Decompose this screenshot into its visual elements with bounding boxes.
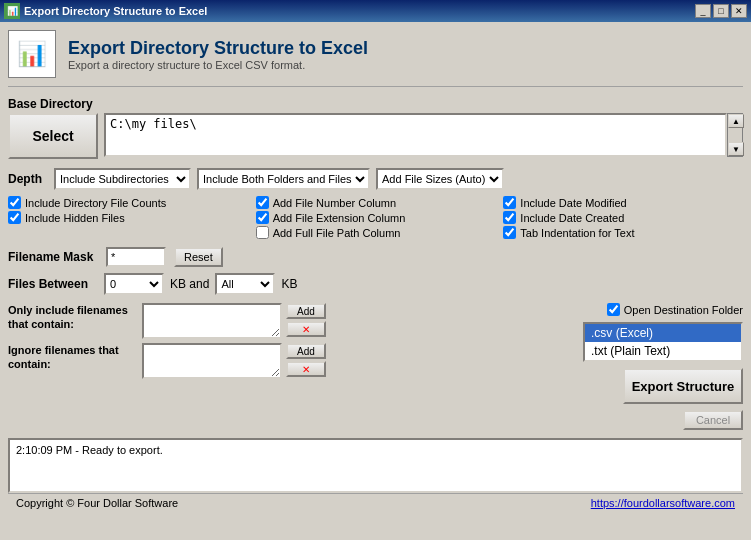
bottom-section: Only include filenames that contain: Add…: [8, 303, 743, 430]
kb-unit1: KB and: [170, 277, 209, 291]
files-between-row: Files Between 0 1 10 100 KB and All 1 10…: [8, 273, 743, 295]
footer-link[interactable]: https://fourdollarsoftware.com: [591, 497, 735, 509]
checkbox-tab-indentation: Tab Indentation for Text: [503, 226, 743, 239]
base-dir-row: Select C:\my files\ ▲ ▼: [8, 113, 743, 160]
only-include-row: Only include filenames that contain: Add…: [8, 303, 575, 339]
right-section: Open Destination Folder .csv (Excel) .tx…: [583, 303, 743, 430]
open-destination-row: Open Destination Folder: [607, 303, 743, 316]
window-body: 📊 Export Directory Structure to Excel Ex…: [0, 22, 751, 540]
cb-add-file-number-label: Add File Number Column: [273, 197, 397, 209]
checkbox-add-extension: Add File Extension Column: [256, 211, 496, 224]
filesize-select[interactable]: Add File Sizes (Auto) Add File Sizes (KB…: [376, 168, 504, 190]
cb-add-extension-label: Add File Extension Column: [273, 212, 406, 224]
content-select[interactable]: Include Both Folders and Files Folders O…: [197, 168, 370, 190]
app-icon: 📊: [8, 30, 56, 78]
header-text: Export Directory Structure to Excel Expo…: [68, 38, 368, 71]
files-from-select[interactable]: 0 1 10 100: [104, 273, 164, 295]
depth-label: Depth: [8, 172, 48, 186]
ignore-filenames-buttons: Add ✕: [286, 343, 326, 377]
subdirectory-select[interactable]: Include Subdirectories Exclude Subdirect…: [54, 168, 191, 190]
cb-include-date-created[interactable]: [503, 211, 516, 224]
ignore-filenames-label: Ignore filenames that contain:: [8, 343, 138, 372]
footer: Copyright © Four Dollar Software https:/…: [8, 493, 743, 512]
scroll-up-arrow[interactable]: ▲: [728, 114, 744, 128]
app-subtitle: Export a directory structure to Excel CS…: [68, 59, 368, 71]
scroll-down-arrow[interactable]: ▼: [728, 142, 744, 156]
checkbox-include-date-created: Include Date Created: [503, 211, 743, 224]
files-between-label: Files Between: [8, 277, 98, 291]
app-title: Export Directory Structure to Excel: [68, 38, 368, 59]
maximize-button[interactable]: □: [713, 4, 729, 18]
open-destination-label: Open Destination Folder: [624, 304, 743, 316]
cb-add-file-number[interactable]: [256, 196, 269, 209]
checkbox-include-hidden: Include Hidden Files: [8, 211, 248, 224]
cb-include-hidden[interactable]: [8, 211, 21, 224]
checkbox-add-full-path: Add Full File Path Column: [256, 226, 496, 239]
window-controls: _ □ ✕: [695, 4, 747, 18]
left-filters: Only include filenames that contain: Add…: [8, 303, 575, 430]
cancel-button[interactable]: Cancel: [683, 410, 743, 430]
app-icon-small: 📊: [4, 3, 20, 19]
only-include-add-btn[interactable]: Add: [286, 303, 326, 319]
cb-add-full-path[interactable]: [256, 226, 269, 239]
cb-include-hidden-label: Include Hidden Files: [25, 212, 125, 224]
format-txt[interactable]: .txt (Plain Text): [585, 342, 741, 360]
filename-mask-label: Filename Mask: [8, 250, 98, 264]
checkbox-add-file-number: Add File Number Column: [256, 196, 496, 209]
kb-unit2: KB: [281, 277, 297, 291]
status-bar: 2:10:09 PM - Ready to export.: [8, 438, 743, 493]
format-csv[interactable]: .csv (Excel): [585, 324, 741, 342]
filename-mask-input[interactable]: *: [106, 247, 166, 267]
ignore-filenames-row: Ignore filenames that contain: Add ✕: [8, 343, 575, 379]
only-include-input[interactable]: [142, 303, 282, 339]
cb-tab-indentation-label: Tab Indentation for Text: [520, 227, 634, 239]
cb-add-extension[interactable]: [256, 211, 269, 224]
minimize-button[interactable]: _: [695, 4, 711, 18]
reset-button[interactable]: Reset: [174, 247, 223, 267]
checkboxes-section: Include Directory File Counts Add File N…: [8, 196, 743, 239]
format-list: .csv (Excel) .txt (Plain Text): [583, 322, 743, 362]
cb-include-date-modified[interactable]: [503, 196, 516, 209]
status-text: 2:10:09 PM - Ready to export.: [16, 444, 163, 456]
window-title: Export Directory Structure to Excel: [24, 5, 207, 17]
files-to-select[interactable]: All 1 10 100 1000: [215, 273, 275, 295]
dir-input-container: C:\my files\ ▲ ▼: [104, 113, 743, 160]
only-include-buttons: Add ✕: [286, 303, 326, 337]
only-include-remove-btn[interactable]: ✕: [286, 321, 326, 337]
depth-row: Depth Include Subdirectories Exclude Sub…: [8, 168, 743, 190]
base-dir-label: Base Directory: [8, 97, 743, 111]
ignore-filenames-remove-btn[interactable]: ✕: [286, 361, 326, 377]
cb-include-date-modified-label: Include Date Modified: [520, 197, 626, 209]
checkbox-include-dir-counts: Include Directory File Counts: [8, 196, 248, 209]
footer-copyright: Copyright © Four Dollar Software: [16, 497, 178, 509]
dir-scrollbar: ▲ ▼: [727, 113, 743, 157]
cb-include-date-created-label: Include Date Created: [520, 212, 624, 224]
checkbox-include-date-modified: Include Date Modified: [503, 196, 743, 209]
filename-mask-row: Filename Mask * Reset: [8, 247, 743, 267]
header-section: 📊 Export Directory Structure to Excel Ex…: [8, 30, 743, 87]
select-button[interactable]: Select: [8, 113, 98, 159]
title-bar: 📊 Export Directory Structure to Excel _ …: [0, 0, 751, 22]
base-dir-input[interactable]: C:\my files\: [104, 113, 727, 157]
close-button[interactable]: ✕: [731, 4, 747, 18]
export-button[interactable]: Export Structure: [623, 368, 743, 404]
cb-include-dir-counts[interactable]: [8, 196, 21, 209]
cb-include-dir-counts-label: Include Directory File Counts: [25, 197, 166, 209]
ignore-filenames-add-btn[interactable]: Add: [286, 343, 326, 359]
cb-add-full-path-label: Add Full File Path Column: [273, 227, 401, 239]
cb-tab-indentation[interactable]: [503, 226, 516, 239]
ignore-filenames-input[interactable]: [142, 343, 282, 379]
open-destination-checkbox[interactable]: [607, 303, 620, 316]
only-include-label: Only include filenames that contain:: [8, 303, 138, 332]
